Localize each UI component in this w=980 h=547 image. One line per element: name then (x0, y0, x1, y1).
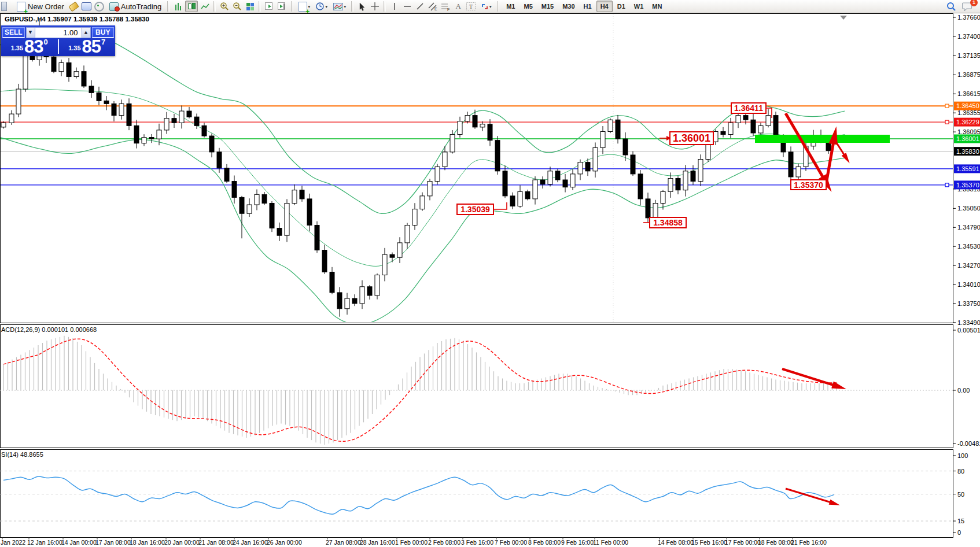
line-anchor[interactable] (945, 120, 949, 124)
axis-tick-label: 1.33750 (957, 300, 980, 307)
axis-tick-label: 1.34530 (957, 243, 980, 250)
date-label: 1 Feb 00:00 (395, 539, 428, 546)
buy-price-figure: 1.35 (68, 45, 80, 51)
date-label: 20 Jan 00:00 (164, 539, 200, 546)
chart-background (0, 13, 980, 547)
date-label: 8 Feb 08:00 (528, 539, 561, 546)
date-label: 24 Jan 16:00 (233, 539, 268, 546)
candle (315, 221, 319, 253)
candle (51, 54, 56, 73)
axis-tick-label: 1.37660 (957, 14, 980, 21)
date-label: 21 Jan 08:00 (198, 539, 234, 546)
price-flag[interactable]: 1.34858 (649, 217, 687, 228)
buy-price-point: 7 (101, 38, 105, 46)
date-label: 17 Jan 08:00 (95, 539, 131, 546)
candle (698, 154, 703, 186)
date-label: 21 Feb 16:00 (791, 539, 827, 546)
rsi-label: SI(14) 48.8655 (1, 451, 43, 458)
rsi-axis-label: 100 (957, 452, 968, 459)
date-label: 11 Feb 00:00 (593, 539, 628, 546)
macd-axis-label: 0.005014 (957, 327, 980, 334)
candle (608, 119, 613, 134)
rsi-axis-label: 15 (957, 518, 964, 524)
date-label: 14 Jan 00:00 (61, 539, 97, 546)
date-label: 18 Feb 08:00 (758, 539, 794, 546)
sell-price-pips: 83 (24, 39, 43, 54)
axis-tick-label: 1.36875 (957, 71, 980, 78)
line-anchor[interactable] (945, 104, 949, 108)
date-label: 12 Jan 16:00 (27, 539, 62, 546)
axis-tick-label: 1.34270 (957, 262, 980, 269)
date-axis[interactable]: Jan 202212 Jan 16:0014 Jan 00:0017 Jan 0… (1, 537, 827, 546)
date-label: 17 Feb 00:00 (725, 539, 761, 546)
axis-tick-label: 1.33490 (957, 319, 980, 326)
date-label: 15 Feb 16:00 (691, 539, 727, 546)
price-flag[interactable]: 1.36411 (731, 102, 767, 114)
chart-canvas[interactable]: 1.376601.374001.371351.368751.366151.363… (0, 0, 980, 547)
candle (270, 201, 274, 232)
axis-tick-label: 1.35050 (957, 205, 980, 212)
sell-button[interactable]: SELL (2, 27, 25, 38)
axis-tick-label: 1.37400 (957, 33, 980, 40)
candle (435, 164, 440, 185)
date-label: 9 Feb 16:00 (561, 539, 594, 546)
axis-tick-label: 1.34790 (957, 224, 980, 231)
axis-tick-label: 1.36355 (957, 109, 980, 116)
sell-price-point: 0 (44, 38, 48, 46)
macd-axis-label: -0.004812 (957, 440, 980, 447)
highlight-zone[interactable] (755, 135, 890, 143)
date-label: 26 Jan 00:00 (267, 539, 302, 546)
candle (375, 274, 380, 300)
one-click-trading-panel: SELL ▼ ▲ BUY 1.35 83 0 1.35 85 7 (1, 25, 115, 56)
price-flag[interactable]: 1.35039 (456, 204, 494, 215)
candle (631, 151, 635, 176)
macd-label: ACD(12,26,9) 0.000101 0.000668 (1, 326, 97, 333)
sell-price-figure: 1.35 (11, 45, 23, 51)
buy-price-pips: 85 (82, 39, 101, 54)
price-badge-label: 1.36450 (956, 102, 979, 109)
sell-price[interactable]: 1.35 83 0 (1, 38, 58, 55)
price-badge-label: 1.35370 (956, 182, 979, 189)
date-label: 7 Feb 00:00 (495, 539, 527, 546)
date-label: 3 Feb 16:00 (461, 539, 493, 546)
chart-title: GBPUSD-,H4 1.35907 1.35939 1.35788 1.358… (5, 16, 149, 23)
line-anchor[interactable] (945, 183, 949, 187)
price-badge-label: 1.35830 (956, 148, 979, 155)
price-badge-label: 1.35591 (956, 165, 979, 172)
date-label: 14 Feb 08:00 (658, 539, 694, 546)
date-label: 28 Jan 16:00 (360, 539, 395, 546)
date-label: 2 Feb 08:00 (428, 539, 460, 546)
date-label: Jan 2022 (1, 539, 25, 546)
candle (495, 136, 500, 175)
axis-tick-label: 1.37135 (957, 52, 980, 59)
axis-tick-label: 1.34010 (957, 281, 980, 288)
price-flag[interactable]: 1.36001 (669, 131, 714, 145)
axis-tick-label: 1.36615 (957, 90, 980, 97)
date-label: 27 Jan 08:00 (326, 539, 361, 546)
price-badge-label: 1.36229 (956, 119, 979, 125)
buy-price[interactable]: 1.35 85 7 (59, 38, 116, 55)
date-label: 18 Jan 16:00 (130, 539, 165, 546)
price-badge-label: 1.36001 (956, 135, 979, 142)
candle (16, 84, 21, 117)
rsi-axis-label: 80 (957, 468, 964, 475)
macd-axis-label: 0.00 (957, 387, 970, 394)
rsi-axis-label: 50 (957, 491, 964, 498)
candle (285, 199, 289, 242)
price-flag[interactable]: 1.35370 (790, 179, 827, 190)
axis-tick-label: 1.36095 (957, 128, 980, 135)
rsi-axis-label: 0 (957, 529, 961, 536)
